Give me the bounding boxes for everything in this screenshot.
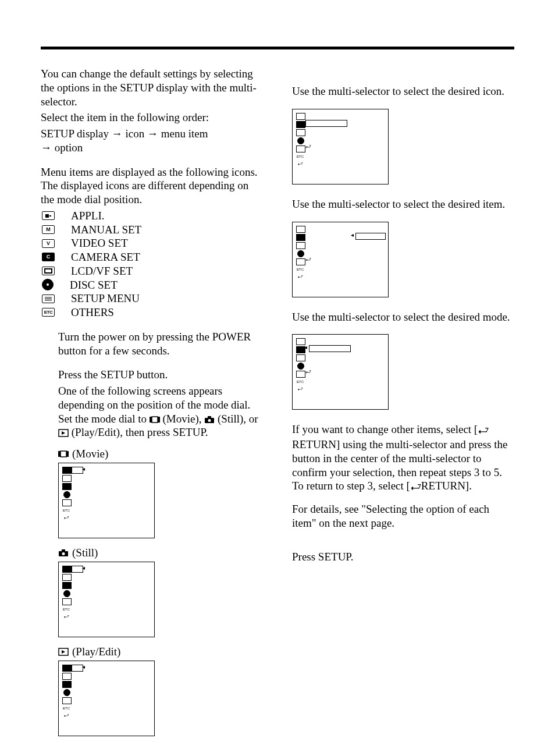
still-icon: [58, 549, 69, 557]
intro-p1: You can change the default settings by s…: [41, 67, 263, 108]
icon-label: OTHERS: [71, 306, 114, 320]
screen-movie: ETC ⮐ ◂: [58, 463, 155, 538]
svg-marker-14: [62, 431, 65, 435]
icon-label: MANUAL SET: [71, 223, 141, 237]
intro-p3: SETUP display → icon → menu item → optio…: [41, 127, 263, 155]
return-icon: ⮐: [410, 480, 421, 494]
step-2: Press the SETUP button. One of the follo…: [41, 368, 263, 439]
svg-rect-11: [208, 416, 211, 418]
still-icon: [204, 416, 215, 424]
disc-set-icon: [42, 279, 54, 290]
svg-point-20: [62, 552, 65, 555]
intro-p2: Select the item in the following order:: [41, 111, 263, 125]
step-5-text: Use the multi-selector to select the des…: [292, 310, 514, 324]
svg-rect-0: [45, 214, 49, 218]
step-7-text: Press SETUP.: [292, 550, 514, 564]
mode-label-text: (Play/Edit): [72, 645, 120, 658]
play-edit-icon: [58, 429, 69, 437]
svg-marker-22: [62, 650, 65, 654]
screen-still: ETC ⮐ ◂: [58, 562, 155, 637]
icon-row-setup: SETUP MENU: [41, 292, 263, 306]
icon-row-video: V VIDEO SET: [41, 236, 263, 250]
icon-label: APPLI.: [71, 209, 105, 223]
step-3-text: Use the multi-selector to select the des…: [292, 84, 514, 98]
step-2b-text: One of the following screens appears dep…: [58, 384, 263, 439]
camera-set-icon: C: [42, 253, 55, 261]
svg-rect-3: [45, 269, 51, 272]
mode-label-text: (Movie): [72, 448, 108, 460]
icon-row-camera: C CAMERA SET: [41, 250, 263, 264]
icon-row-manual: M MANUAL SET: [41, 223, 263, 237]
svg-rect-19: [62, 549, 65, 552]
play-edit-icon: [58, 648, 69, 656]
step-1-text: Turn the power on by pressing the POWER …: [58, 330, 263, 358]
details-note: For details, see "Selecting the option o…: [292, 502, 514, 530]
mode-label-movie: (Movie): [58, 448, 263, 460]
mode-label-play: (Play/Edit): [58, 645, 263, 658]
header-rule: [41, 47, 514, 49]
left-column: You can change the default settings by s…: [41, 67, 263, 736]
icon-label: SETUP MENU: [71, 292, 140, 306]
screen-step5: ETC ⮐ ◂ ⮐: [292, 334, 389, 410]
step-1: Turn the power on by pressing the POWER …: [41, 330, 263, 358]
icon-row-others: ETC OTHERS: [41, 306, 263, 320]
appli-icon: [42, 211, 55, 220]
movie-icon: [58, 450, 69, 458]
svg-rect-1: [49, 215, 51, 216]
manual-set-icon: M: [42, 225, 55, 234]
mode-label-text: (Still): [72, 546, 98, 559]
step-2a-text: Press the SETUP button.: [58, 368, 263, 382]
screen-step3: ETC ⮐ ⮐: [292, 109, 389, 184]
step-4-text: Use the multi-selector to select the des…: [292, 197, 514, 211]
svg-rect-16: [61, 451, 66, 457]
icon-label: LCD/VF SET: [71, 264, 133, 278]
menu-icon-list: APPLI. M MANUAL SET V VIDEO SET C CAMERA…: [41, 209, 263, 320]
return-icon: ⮐: [478, 424, 489, 438]
icon-label: VIDEO SET: [71, 236, 128, 250]
icon-row-disc: DISC SET: [41, 278, 263, 292]
icon-label: DISC SET: [70, 278, 118, 292]
svg-rect-8: [152, 417, 158, 423]
step-6-text: If you want to change other items, selec…: [292, 423, 514, 494]
icon-row-lcd: LCD/VF SET: [41, 264, 263, 278]
svg-rect-17: [66, 451, 69, 457]
setup-menu-icon: [42, 294, 55, 303]
right-column: Use the multi-selector to select the des…: [292, 67, 514, 736]
svg-point-12: [208, 419, 211, 422]
mode-label-still: (Still): [58, 546, 263, 559]
lcd-vf-set-icon: [42, 267, 55, 275]
screen-play: ETC ⮐ ◂: [58, 661, 155, 736]
icon-row-appli: APPLI.: [41, 209, 263, 223]
movie-icon: [150, 416, 160, 424]
others-icon: ETC: [42, 308, 55, 317]
intro-p4: Menu items are displayed as the followin…: [41, 165, 263, 207]
video-set-icon: V: [42, 239, 55, 248]
icon-label: CAMERA SET: [71, 250, 140, 264]
screen-step4: ETC ⮐ ◂ ⮐: [292, 222, 389, 297]
